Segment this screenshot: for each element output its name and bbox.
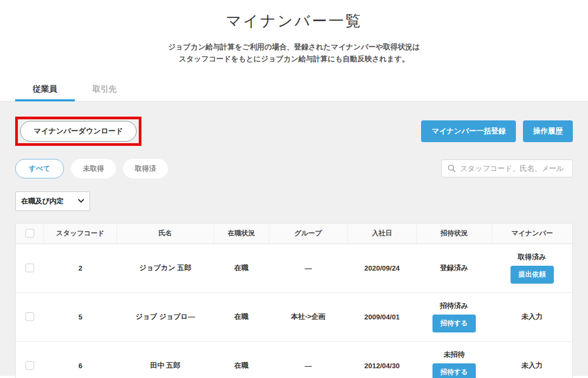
employment-filter-row: 在職及び内定 <box>15 191 573 211</box>
tab-employees[interactable]: 従業員 <box>15 80 75 101</box>
filter-pill-acquired[interactable]: 取得済 <box>123 159 168 178</box>
tab-business-partners-label: 取引先 <box>93 84 117 93</box>
cell-group: — <box>269 244 347 292</box>
cell-mynumber: 未入力 <box>492 341 572 378</box>
cell-join-date: 2012/04/30 <box>347 341 416 378</box>
cell-name: 田中 五郎 <box>117 341 214 378</box>
mynumber-table: スタッフコード 氏名 在職状況 グループ 入社日 招待状況 マイナンバー 2 ジ… <box>15 223 573 378</box>
table-header-row: スタッフコード 氏名 在職状況 グループ 入社日 招待状況 マイナンバー <box>16 223 573 244</box>
red-highlight-annotation: マイナンバーダウンロード <box>15 117 141 146</box>
page-title: マイナンバー一覧 <box>0 11 588 31</box>
header-invite-status: 招待状況 <box>417 223 492 244</box>
cell-name: ジョブカン 五郎 <box>117 244 214 292</box>
page-header: マイナンバー一覧 ジョブカン給与計算をご利用の場合、登録されたマイナンバーや取得… <box>0 0 588 66</box>
employment-status-select-value: 在職及び内定 <box>21 196 63 206</box>
cell-employment: 在職 <box>214 244 269 292</box>
tab-employees-label: 従業員 <box>33 84 57 93</box>
cell-invite-status: 登録済み <box>417 244 492 292</box>
main-content: マイナンバーダウンロード マイナンバー一括登録 操作履歴 すべて 未取得 取得済… <box>0 101 588 376</box>
header-join-date: 入社日 <box>347 223 416 244</box>
cell-join-date: 2009/04/01 <box>347 292 416 341</box>
cell-employment: 在職 <box>214 292 269 341</box>
submit-request-button[interactable]: 提出依頼 <box>511 266 554 284</box>
search-icon <box>448 164 456 172</box>
toolbar: マイナンバーダウンロード マイナンバー一括登録 操作履歴 <box>15 117 573 146</box>
cell-staff-code: 6 <box>44 341 117 378</box>
tab-business-partners[interactable]: 取引先 <box>75 80 134 101</box>
mynumber-status-text: 取得済み <box>518 252 546 262</box>
filter-pill-group: すべて 未取得 取得済 <box>15 159 168 178</box>
chevron-down-icon <box>78 199 84 203</box>
cell-staff-code: 2 <box>44 244 117 292</box>
header-staff-code: スタッフコード <box>44 223 117 244</box>
cell-mynumber: 未入力 <box>492 292 572 341</box>
header-select-all-cell <box>16 223 44 244</box>
invite-button[interactable]: 招待する <box>432 363 476 378</box>
row-checkbox[interactable] <box>25 264 34 272</box>
cell-staff-code: 5 <box>44 292 117 341</box>
mynumber-download-button[interactable]: マイナンバーダウンロード <box>20 121 137 142</box>
page-subtitle-line1: ジョブカン給与計算をご利用の場合、登録されたマイナンバーや取得状況は <box>0 41 588 53</box>
page-subtitle: ジョブカン給与計算をご利用の場合、登録されたマイナンバーや取得状況は スタッフコ… <box>0 41 588 66</box>
cell-group: — <box>269 341 347 378</box>
select-all-checkbox[interactable] <box>25 229 34 238</box>
cell-mynumber: 取得済み 提出依頼 <box>492 244 572 292</box>
cell-join-date: 2020/09/24 <box>347 244 416 292</box>
row-checkbox[interactable] <box>25 312 34 321</box>
cell-invite-status: 未招待 招待する <box>417 341 492 378</box>
table-row: 6 田中 五郎 在職 — 2012/04/30 未招待 招待する 未入力 <box>16 341 573 378</box>
header-group: グループ <box>269 223 347 244</box>
search-box[interactable] <box>441 159 573 177</box>
row-checkbox[interactable] <box>25 361 34 370</box>
header-name: 氏名 <box>117 223 214 244</box>
cell-group: 本社->企画 <box>269 292 347 341</box>
header-employment-status: 在職状況 <box>214 223 269 244</box>
invite-status-text: 未招待 <box>443 350 464 360</box>
employment-status-select[interactable]: 在職及び内定 <box>15 191 90 211</box>
invite-status-text: 招待済み <box>440 301 468 311</box>
page-subtitle-line2: スタッフコードをもとにジョブカン給与計算にも自動反映されます。 <box>0 53 588 65</box>
filter-pill-all[interactable]: すべて <box>15 159 64 178</box>
mynumber-bulk-register-button[interactable]: マイナンバー一括登録 <box>421 120 516 142</box>
tabbar: 従業員 取引先 <box>0 80 588 101</box>
header-mynumber: マイナンバー <box>492 223 572 244</box>
filter-pill-not-acquired[interactable]: 未取得 <box>71 159 116 178</box>
toolbar-right-buttons: マイナンバー一括登録 操作履歴 <box>421 120 573 142</box>
search-input[interactable] <box>460 164 566 172</box>
cell-name: ジョブ ジョブロ― <box>117 292 214 341</box>
cell-invite-status: 招待済み 招待する <box>417 292 492 341</box>
filters-row: すべて 未取得 取得済 <box>15 159 573 178</box>
table-row: 5 ジョブ ジョブロ― 在職 本社->企画 2009/04/01 招待済み 招待… <box>16 292 573 341</box>
operation-history-button[interactable]: 操作履歴 <box>523 120 573 142</box>
invite-button[interactable]: 招待する <box>432 315 476 332</box>
cell-employment: 在職 <box>214 341 269 378</box>
table-row: 2 ジョブカン 五郎 在職 — 2020/09/24 登録済み 取得済み 提出依… <box>16 244 573 292</box>
